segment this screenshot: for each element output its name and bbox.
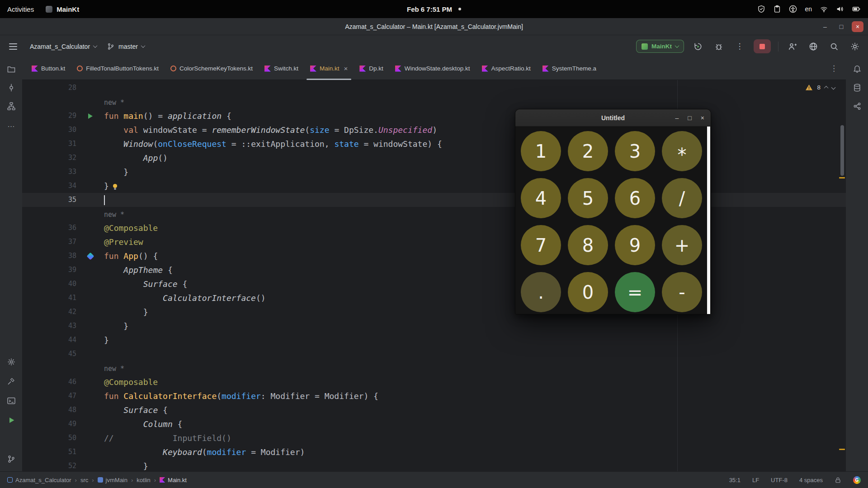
maximize-button[interactable]: □ (835, 21, 847, 32)
app-menu[interactable]: MainKt (46, 5, 79, 13)
calc-minimize-button[interactable]: – (675, 114, 679, 122)
code-line[interactable]: 51 Keyboard(modifier = Modifier) (22, 445, 846, 459)
system-tray[interactable]: en (757, 5, 861, 13)
calc-close-button[interactable]: × (701, 114, 704, 122)
code-line[interactable]: 40 Surface { (22, 277, 846, 291)
gutter[interactable] (76, 249, 104, 263)
calc-button-*[interactable]: * (662, 131, 702, 171)
run-tool-icon[interactable] (5, 413, 18, 427)
error-stripe-mark[interactable] (839, 177, 845, 178)
line-number[interactable]: 29 (22, 109, 76, 123)
calc-button-7[interactable]: 7 (521, 225, 561, 265)
error-stripe-mark[interactable] (839, 449, 845, 450)
branch-selector[interactable]: master (107, 42, 145, 51)
calc-button-9[interactable]: 9 (615, 225, 655, 265)
gutter[interactable] (76, 319, 104, 333)
calculator-title-bar[interactable]: Untitled – □ × (515, 109, 711, 127)
calc-button-2[interactable]: 2 (568, 131, 608, 171)
line-number[interactable]: 34 (22, 179, 76, 193)
code-line[interactable]: 43 } (22, 319, 846, 333)
clock-menu[interactable]: Feb 6 7:51 PM (407, 5, 461, 13)
more-tools-icon[interactable]: … (5, 118, 18, 131)
minimize-button[interactable]: – (819, 21, 831, 32)
keyboard-layout-indicator[interactable]: en (805, 5, 812, 13)
line-number[interactable]: 28 (22, 81, 76, 95)
code-editor[interactable]: 28new *29fun main() = application {30 va… (22, 80, 846, 471)
battery-icon[interactable] (852, 5, 861, 13)
gutter[interactable] (76, 459, 104, 471)
line-number[interactable]: 31 (22, 137, 76, 151)
code-line[interactable]: 46@Composable (22, 375, 846, 389)
code-line[interactable]: 38fun App() { (22, 249, 846, 263)
build-tool-icon[interactable] (5, 375, 18, 388)
calc-button-+[interactable]: + (662, 225, 702, 265)
line-number[interactable]: 45 (22, 347, 76, 361)
structure-tool-icon[interactable] (5, 99, 18, 113)
run-configuration-selector[interactable]: MainKt (636, 40, 684, 53)
search-icon[interactable] (827, 40, 841, 53)
encoding-widget[interactable]: UTF-8 (771, 477, 788, 483)
gutter[interactable] (76, 109, 104, 123)
ide-title-bar[interactable]: Azamat_s_Calculator – Main.kt [Azamat_s_… (0, 18, 868, 35)
breadcrumb-item[interactable]: kotlin (137, 477, 150, 483)
caret-position-widget[interactable]: 35:1 (729, 477, 741, 483)
gutter[interactable] (76, 445, 104, 459)
line-number[interactable]: 42 (22, 305, 76, 319)
code-line[interactable]: 39 AppTheme { (22, 263, 846, 277)
project-tool-icon[interactable] (5, 62, 18, 76)
code-line[interactable]: 33 } (22, 165, 846, 179)
gutter[interactable] (76, 207, 104, 221)
line-number[interactable]: 49 (22, 417, 76, 431)
line-number[interactable]: 43 (22, 319, 76, 333)
calc-button-3[interactable]: 3 (615, 131, 655, 171)
g-plugin-icon[interactable]: G (853, 476, 861, 484)
intention-bulb-icon[interactable] (112, 183, 118, 190)
line-number[interactable]: 48 (22, 403, 76, 417)
calc-button-4[interactable]: 4 (521, 178, 561, 218)
gutter[interactable] (76, 403, 104, 417)
line-number[interactable]: 41 (22, 291, 76, 305)
gutter[interactable] (76, 221, 104, 235)
gutter[interactable] (76, 291, 104, 305)
code-line[interactable]: 31 Window(onCloseRequest = ::exitApplica… (22, 137, 846, 151)
wifi-icon[interactable] (820, 5, 828, 13)
version-control-tool-icon[interactable] (5, 452, 18, 466)
translate-icon[interactable] (807, 40, 820, 53)
line-number[interactable]: 39 (22, 263, 76, 277)
code-line[interactable]: 44} (22, 333, 846, 347)
gutter[interactable] (76, 263, 104, 277)
stop-button[interactable] (754, 39, 771, 53)
code-line[interactable]: 29fun main() = application { (22, 109, 846, 123)
line-number[interactable]: 38 (22, 249, 76, 263)
close-button[interactable]: × (852, 21, 863, 32)
calc-button-5[interactable]: 5 (568, 178, 608, 218)
code-line[interactable]: 36@Composable (22, 221, 846, 235)
debug-button[interactable] (712, 40, 726, 53)
gutter[interactable] (76, 305, 104, 319)
line-number[interactable]: 37 (22, 235, 76, 249)
gutter[interactable] (76, 277, 104, 291)
tab-dp-kt[interactable]: Dp.kt (354, 57, 389, 80)
prev-problem-icon[interactable] (824, 86, 829, 90)
gutter[interactable] (76, 137, 104, 151)
database-tool-icon[interactable] (850, 81, 864, 94)
inspections-widget[interactable]: 8 (805, 84, 835, 91)
clipboard-icon[interactable] (773, 5, 781, 13)
code-line[interactable]: 47fun CalculatorInterface(modifier: Modi… (22, 389, 846, 403)
shield-check-icon[interactable] (757, 5, 765, 13)
line-number[interactable]: 30 (22, 123, 76, 137)
line-number[interactable]: 47 (22, 389, 76, 403)
gutter[interactable] (76, 333, 104, 347)
tab-close-icon[interactable]: × (344, 65, 348, 72)
code-line[interactable]: 35 (22, 193, 846, 207)
calc-button--[interactable]: - (662, 272, 702, 312)
calc-button-=[interactable]: = (615, 272, 655, 312)
lock-icon[interactable] (835, 477, 841, 483)
line-number[interactable]: 51 (22, 445, 76, 459)
terminal-tool-icon[interactable] (5, 394, 18, 408)
problems-tool-icon[interactable] (5, 433, 18, 446)
editor-scrollbar[interactable] (840, 125, 844, 176)
gutter[interactable] (76, 151, 104, 165)
tab-colorschemekeytokens-kt[interactable]: ColorSchemeKeyTokens.kt (165, 57, 259, 80)
breadcrumb-item[interactable]: src (80, 477, 88, 483)
